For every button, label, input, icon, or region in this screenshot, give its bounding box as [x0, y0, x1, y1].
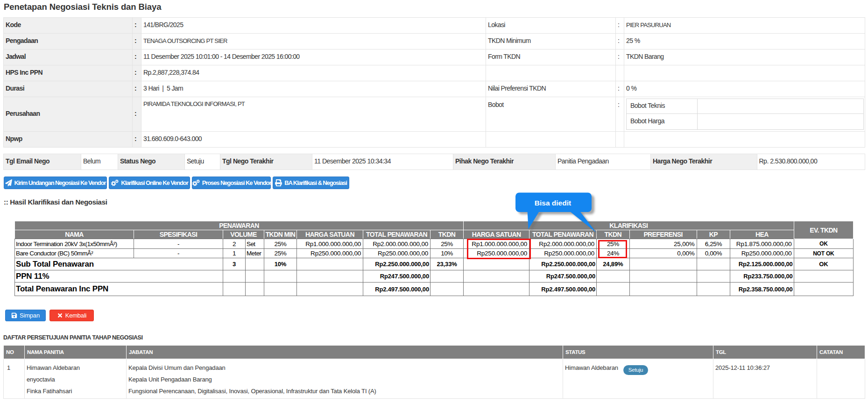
svg-text:Bisa diedit: Bisa diedit — [535, 199, 571, 207]
